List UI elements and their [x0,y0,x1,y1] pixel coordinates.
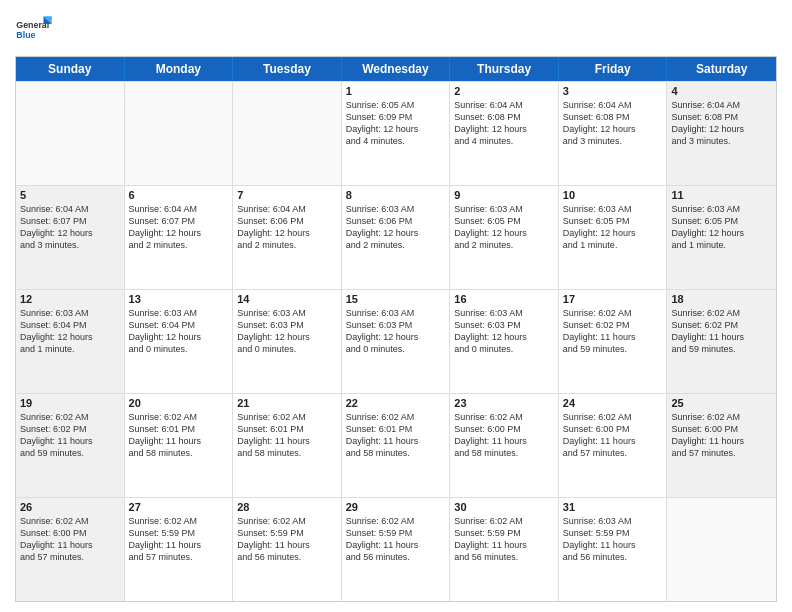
cal-cell: 30Sunrise: 6:02 AMSunset: 5:59 PMDayligh… [450,498,559,601]
day-number: 11 [671,189,772,201]
cal-cell: 27Sunrise: 6:02 AMSunset: 5:59 PMDayligh… [125,498,234,601]
cal-cell: 7Sunrise: 6:04 AMSunset: 6:06 PMDaylight… [233,186,342,289]
day-number: 15 [346,293,446,305]
day-number: 6 [129,189,229,201]
cell-info: Sunrise: 6:04 AMSunset: 6:08 PMDaylight:… [454,99,554,148]
cal-cell: 3Sunrise: 6:04 AMSunset: 6:08 PMDaylight… [559,82,668,185]
cal-cell: 9Sunrise: 6:03 AMSunset: 6:05 PMDaylight… [450,186,559,289]
day-number: 26 [20,501,120,513]
cal-cell: 22Sunrise: 6:02 AMSunset: 6:01 PMDayligh… [342,394,451,497]
cal-cell: 25Sunrise: 6:02 AMSunset: 6:00 PMDayligh… [667,394,776,497]
cal-cell [667,498,776,601]
calendar-header: SundayMondayTuesdayWednesdayThursdayFrid… [16,57,776,81]
week-row-3: 12Sunrise: 6:03 AMSunset: 6:04 PMDayligh… [16,289,776,393]
day-number: 21 [237,397,337,409]
cell-info: Sunrise: 6:02 AMSunset: 5:59 PMDaylight:… [237,515,337,564]
cal-cell: 6Sunrise: 6:04 AMSunset: 6:07 PMDaylight… [125,186,234,289]
header-day-friday: Friday [559,57,668,81]
cell-info: Sunrise: 6:02 AMSunset: 6:02 PMDaylight:… [671,307,772,356]
cal-cell: 5Sunrise: 6:04 AMSunset: 6:07 PMDaylight… [16,186,125,289]
day-number: 30 [454,501,554,513]
day-number: 8 [346,189,446,201]
cal-cell: 8Sunrise: 6:03 AMSunset: 6:06 PMDaylight… [342,186,451,289]
day-number: 4 [671,85,772,97]
day-number: 16 [454,293,554,305]
cal-cell: 11Sunrise: 6:03 AMSunset: 6:05 PMDayligh… [667,186,776,289]
day-number: 20 [129,397,229,409]
cell-info: Sunrise: 6:04 AMSunset: 6:06 PMDaylight:… [237,203,337,252]
cal-cell: 18Sunrise: 6:02 AMSunset: 6:02 PMDayligh… [667,290,776,393]
cal-cell: 28Sunrise: 6:02 AMSunset: 5:59 PMDayligh… [233,498,342,601]
cell-info: Sunrise: 6:02 AMSunset: 5:59 PMDaylight:… [454,515,554,564]
cal-cell: 23Sunrise: 6:02 AMSunset: 6:00 PMDayligh… [450,394,559,497]
cell-info: Sunrise: 6:03 AMSunset: 6:03 PMDaylight:… [346,307,446,356]
week-row-5: 26Sunrise: 6:02 AMSunset: 6:00 PMDayligh… [16,497,776,601]
cell-info: Sunrise: 6:02 AMSunset: 6:00 PMDaylight:… [454,411,554,460]
cell-info: Sunrise: 6:03 AMSunset: 6:04 PMDaylight:… [20,307,120,356]
cal-cell: 15Sunrise: 6:03 AMSunset: 6:03 PMDayligh… [342,290,451,393]
day-number: 1 [346,85,446,97]
header-day-thursday: Thursday [450,57,559,81]
cell-info: Sunrise: 6:04 AMSunset: 6:08 PMDaylight:… [671,99,772,148]
day-number: 28 [237,501,337,513]
cal-cell: 10Sunrise: 6:03 AMSunset: 6:05 PMDayligh… [559,186,668,289]
cal-cell: 26Sunrise: 6:02 AMSunset: 6:00 PMDayligh… [16,498,125,601]
day-number: 27 [129,501,229,513]
header-day-wednesday: Wednesday [342,57,451,81]
day-number: 18 [671,293,772,305]
day-number: 14 [237,293,337,305]
header: General Blue [15,10,777,48]
calendar: SundayMondayTuesdayWednesdayThursdayFrid… [15,56,777,602]
cal-cell: 29Sunrise: 6:02 AMSunset: 5:59 PMDayligh… [342,498,451,601]
day-number: 25 [671,397,772,409]
cell-info: Sunrise: 6:02 AMSunset: 6:02 PMDaylight:… [563,307,663,356]
cell-info: Sunrise: 6:04 AMSunset: 6:07 PMDaylight:… [129,203,229,252]
cal-cell: 16Sunrise: 6:03 AMSunset: 6:03 PMDayligh… [450,290,559,393]
week-row-2: 5Sunrise: 6:04 AMSunset: 6:07 PMDaylight… [16,185,776,289]
day-number: 19 [20,397,120,409]
day-number: 29 [346,501,446,513]
cell-info: Sunrise: 6:02 AMSunset: 5:59 PMDaylight:… [346,515,446,564]
cal-cell: 13Sunrise: 6:03 AMSunset: 6:04 PMDayligh… [125,290,234,393]
cell-info: Sunrise: 6:03 AMSunset: 6:03 PMDaylight:… [237,307,337,356]
cell-info: Sunrise: 6:03 AMSunset: 6:06 PMDaylight:… [346,203,446,252]
cal-cell: 4Sunrise: 6:04 AMSunset: 6:08 PMDaylight… [667,82,776,185]
day-number: 5 [20,189,120,201]
cell-info: Sunrise: 6:03 AMSunset: 5:59 PMDaylight:… [563,515,663,564]
cell-info: Sunrise: 6:02 AMSunset: 6:00 PMDaylight:… [563,411,663,460]
cell-info: Sunrise: 6:03 AMSunset: 6:03 PMDaylight:… [454,307,554,356]
cell-info: Sunrise: 6:02 AMSunset: 6:02 PMDaylight:… [20,411,120,460]
day-number: 31 [563,501,663,513]
cal-cell [16,82,125,185]
svg-text:Blue: Blue [16,30,35,40]
cell-info: Sunrise: 6:03 AMSunset: 6:05 PMDaylight:… [563,203,663,252]
cell-info: Sunrise: 6:03 AMSunset: 6:05 PMDaylight:… [671,203,772,252]
calendar-page: General Blue SundayMondayTuesdayWednesda… [0,0,792,612]
cell-info: Sunrise: 6:03 AMSunset: 6:05 PMDaylight:… [454,203,554,252]
cell-info: Sunrise: 6:04 AMSunset: 6:08 PMDaylight:… [563,99,663,148]
header-day-saturday: Saturday [667,57,776,81]
cal-cell [233,82,342,185]
calendar-body: 1Sunrise: 6:05 AMSunset: 6:09 PMDaylight… [16,81,776,601]
day-number: 10 [563,189,663,201]
cal-cell: 19Sunrise: 6:02 AMSunset: 6:02 PMDayligh… [16,394,125,497]
logo-icon: General Blue [15,10,53,48]
cal-cell: 1Sunrise: 6:05 AMSunset: 6:09 PMDaylight… [342,82,451,185]
cal-cell: 12Sunrise: 6:03 AMSunset: 6:04 PMDayligh… [16,290,125,393]
cell-info: Sunrise: 6:03 AMSunset: 6:04 PMDaylight:… [129,307,229,356]
cal-cell: 17Sunrise: 6:02 AMSunset: 6:02 PMDayligh… [559,290,668,393]
cal-cell: 20Sunrise: 6:02 AMSunset: 6:01 PMDayligh… [125,394,234,497]
cal-cell: 2Sunrise: 6:04 AMSunset: 6:08 PMDaylight… [450,82,559,185]
header-day-sunday: Sunday [16,57,125,81]
cal-cell: 21Sunrise: 6:02 AMSunset: 6:01 PMDayligh… [233,394,342,497]
header-day-monday: Monday [125,57,234,81]
day-number: 23 [454,397,554,409]
day-number: 22 [346,397,446,409]
cell-info: Sunrise: 6:04 AMSunset: 6:07 PMDaylight:… [20,203,120,252]
cell-info: Sunrise: 6:02 AMSunset: 6:01 PMDaylight:… [129,411,229,460]
day-number: 3 [563,85,663,97]
header-day-tuesday: Tuesday [233,57,342,81]
cell-info: Sunrise: 6:05 AMSunset: 6:09 PMDaylight:… [346,99,446,148]
cell-info: Sunrise: 6:02 AMSunset: 6:00 PMDaylight:… [20,515,120,564]
cell-info: Sunrise: 6:02 AMSunset: 6:01 PMDaylight:… [346,411,446,460]
